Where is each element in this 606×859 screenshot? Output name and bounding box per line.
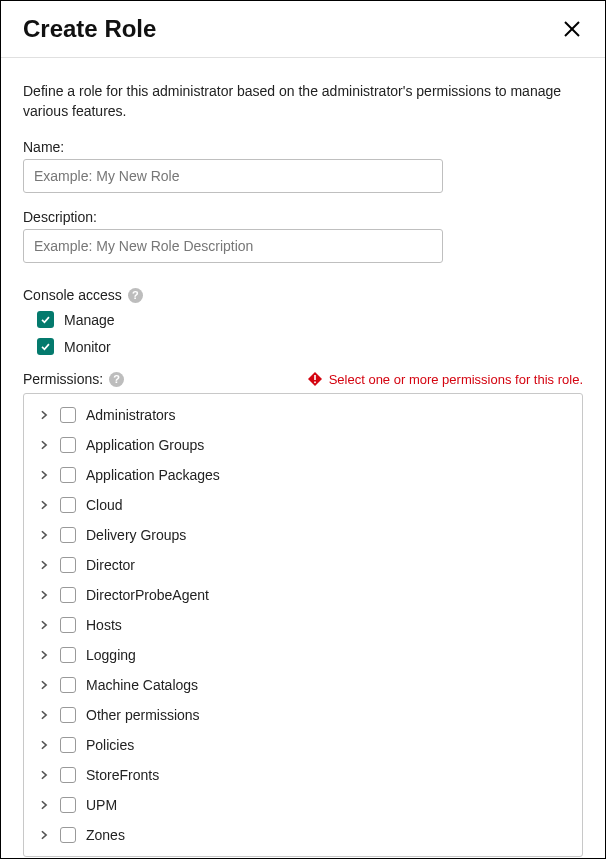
manage-checkbox[interactable] — [37, 311, 54, 328]
svg-rect-4 — [314, 382, 316, 384]
svg-rect-3 — [314, 375, 316, 380]
help-icon[interactable]: ? — [109, 372, 124, 387]
name-label: Name: — [23, 139, 583, 155]
chevron-right-icon[interactable] — [38, 709, 50, 721]
permission-label: StoreFronts — [86, 767, 159, 783]
permission-label: Zones — [86, 827, 125, 843]
permission-checkbox[interactable] — [60, 737, 76, 753]
dialog-title: Create Role — [23, 15, 156, 43]
chevron-right-icon[interactable] — [38, 469, 50, 481]
chevron-right-icon[interactable] — [38, 829, 50, 841]
console-access-label: Console access — [23, 287, 122, 303]
permission-row: Logging — [24, 640, 582, 670]
permission-checkbox[interactable] — [60, 557, 76, 573]
permission-label: Logging — [86, 647, 136, 663]
description-label: Description: — [23, 209, 583, 225]
permission-row: Application Packages — [24, 460, 582, 490]
chevron-right-icon[interactable] — [38, 679, 50, 691]
permission-checkbox[interactable] — [60, 797, 76, 813]
permissions-label: Permissions: — [23, 371, 103, 387]
permission-label: Application Groups — [86, 437, 204, 453]
chevron-right-icon[interactable] — [38, 529, 50, 541]
permission-label: Machine Catalogs — [86, 677, 198, 693]
chevron-right-icon[interactable] — [38, 559, 50, 571]
chevron-right-icon[interactable] — [38, 499, 50, 511]
permission-label: Hosts — [86, 617, 122, 633]
permission-row: Hosts — [24, 610, 582, 640]
permission-row: UPM — [24, 790, 582, 820]
permission-checkbox[interactable] — [60, 617, 76, 633]
permission-row: Application Groups — [24, 430, 582, 460]
chevron-right-icon[interactable] — [38, 739, 50, 751]
intro-text: Define a role for this administrator bas… — [23, 82, 583, 121]
permission-checkbox[interactable] — [60, 827, 76, 843]
monitor-label: Monitor — [64, 339, 111, 355]
chevron-right-icon[interactable] — [38, 619, 50, 631]
permission-row: StoreFronts — [24, 760, 582, 790]
permission-checkbox[interactable] — [60, 467, 76, 483]
permissions-panel: AdministratorsApplication GroupsApplicat… — [23, 393, 583, 857]
error-text: Select one or more permissions for this … — [329, 372, 583, 387]
permission-checkbox[interactable] — [60, 527, 76, 543]
check-icon — [40, 314, 51, 325]
permission-checkbox[interactable] — [60, 437, 76, 453]
permission-label: Application Packages — [86, 467, 220, 483]
permission-checkbox[interactable] — [60, 497, 76, 513]
chevron-right-icon[interactable] — [38, 799, 50, 811]
permission-row: Machine Catalogs — [24, 670, 582, 700]
permission-row: Cloud — [24, 490, 582, 520]
permission-label: UPM — [86, 797, 117, 813]
permission-label: Administrators — [86, 407, 175, 423]
permission-checkbox[interactable] — [60, 587, 76, 603]
permission-checkbox[interactable] — [60, 647, 76, 663]
chevron-right-icon[interactable] — [38, 409, 50, 421]
permission-label: Delivery Groups — [86, 527, 186, 543]
permission-checkbox[interactable] — [60, 677, 76, 693]
chevron-right-icon[interactable] — [38, 589, 50, 601]
permission-checkbox[interactable] — [60, 707, 76, 723]
permission-label: Director — [86, 557, 135, 573]
chevron-right-icon[interactable] — [38, 649, 50, 661]
permission-label: Other permissions — [86, 707, 200, 723]
permission-row: Other permissions — [24, 700, 582, 730]
permission-row: Policies — [24, 730, 582, 760]
error-icon — [307, 371, 323, 387]
description-input[interactable] — [23, 229, 443, 263]
close-button[interactable] — [561, 18, 583, 40]
monitor-checkbox[interactable] — [37, 338, 54, 355]
close-icon — [562, 19, 582, 39]
permission-label: Cloud — [86, 497, 123, 513]
permission-row: DirectorProbeAgent — [24, 580, 582, 610]
chevron-right-icon[interactable] — [38, 769, 50, 781]
permission-checkbox[interactable] — [60, 767, 76, 783]
permission-row: Administrators — [24, 400, 582, 430]
help-icon[interactable]: ? — [128, 288, 143, 303]
chevron-right-icon[interactable] — [38, 439, 50, 451]
permission-label: Policies — [86, 737, 134, 753]
permission-checkbox[interactable] — [60, 407, 76, 423]
permission-row: Zones — [24, 820, 582, 850]
permission-label: DirectorProbeAgent — [86, 587, 209, 603]
check-icon — [40, 341, 51, 352]
name-input[interactable] — [23, 159, 443, 193]
permission-row: Director — [24, 550, 582, 580]
permission-row: Delivery Groups — [24, 520, 582, 550]
manage-label: Manage — [64, 312, 115, 328]
